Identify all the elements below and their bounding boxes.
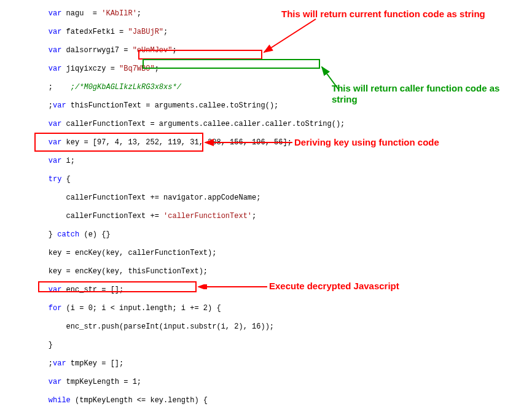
code-line: var callerFunctionText = arguments.calle… [31, 120, 532, 129]
code-line: var jiqyixczy = "Bq7WB0"; [31, 64, 532, 74]
code-line: ;var tmpKey = []; [31, 359, 532, 368]
code-block: var nagu = 'KAbIlR'; var fatedxFetki = "… [0, 0, 532, 409]
code-line: } [31, 341, 532, 350]
code-line: } catch (e) {} [31, 230, 532, 240]
code-line: var fatedxFetki = "JaBUjR"; [31, 28, 532, 37]
code-line: enc_str.push(parseInt(input.substr(i, 2)… [31, 322, 532, 332]
code-line: ;var thisFunctionText = arguments.callee… [31, 101, 532, 111]
code-line: while (tmpKeyLength <= key.length) { [31, 396, 532, 405]
code-line: var tmpKeyLength = 1; [31, 378, 532, 387]
code-line: var nagu = 'KAbIlR'; [31, 9, 532, 18]
code-line: for (i = 0; i < input.length; i += 2) { [31, 304, 532, 313]
code-line: ; ;/*M0gKbAGLIkzLkRG3x8xs*/ [31, 83, 532, 92]
code-line: var key = [97, 4, 13, 252, 119, 31, 208,… [31, 138, 532, 147]
comment-text: ;/*M0gKbAGLIkzLkRG3x8xs*/ [53, 83, 181, 92]
code-line: callerFunctionText += navigator.appCodeN… [31, 193, 532, 203]
code-line: key = encKey(key, callerFunctionText); [31, 249, 532, 258]
code-line: var dalsorrwygi7 = "eUnMJev"; [31, 46, 532, 55]
code-line: var enc_str = []; [31, 286, 532, 295]
code-line: key = encKey(key, thisFunctionText); [31, 267, 532, 276]
code-line: try { [31, 175, 532, 184]
code-line: callerFunctionText += 'callerFunctionTex… [31, 212, 532, 221]
code-line: var i; [31, 157, 532, 166]
